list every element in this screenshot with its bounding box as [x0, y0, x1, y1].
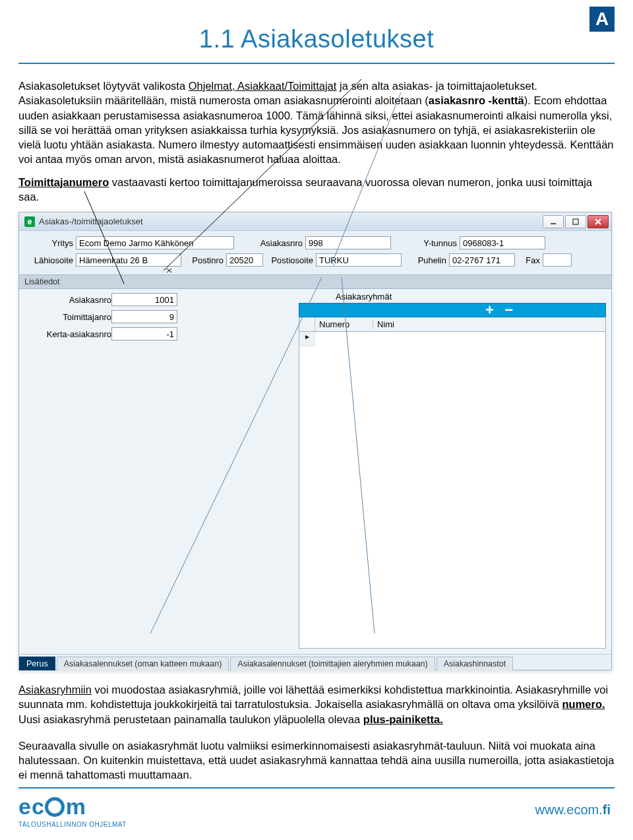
asiakasnro-field[interactable]: 998 [305, 236, 391, 249]
p1-text-a: Asiakasoletukset löytyvät valikosta [18, 80, 189, 92]
fax-field[interactable] [543, 253, 572, 267]
app-icon: e [24, 216, 35, 227]
logo-text-c: c [32, 794, 44, 820]
left-asiakasnro-field[interactable]: 1001 [111, 293, 177, 306]
right-column: Asiakasryhmät + − Numero Nimi ▸ [296, 289, 611, 654]
paragraph-3: Asiakasryhmiin voi muodostaa asiakasryhm… [18, 682, 615, 727]
lahiosoite-label: Lähiosoite [26, 255, 73, 265]
groups-toolbar: + − [299, 303, 606, 317]
p3-lead: Asiakasryhmiin [18, 684, 92, 695]
p1-link: Ohjelmat, Asiakkaat/Toimittajat [189, 80, 337, 92]
footer-tagline: TALOUSHALLINNON OHJELMAT [18, 821, 127, 828]
minimize-button[interactable] [543, 215, 564, 228]
left-column: Asiakasnro 1001 Toimittajanro 9 Kerta-as… [19, 289, 296, 654]
svg-rect-0 [551, 223, 556, 224]
yritys-label: Yritys [26, 238, 73, 248]
fax-label: Fax [518, 255, 540, 265]
paragraph-2: Toimittajanumero vastaavasti kertoo toim… [18, 175, 615, 205]
window-titlebar: e Asiakas-/toimittajaoletukset [19, 212, 611, 231]
p3-plus: plus-painiketta. [363, 713, 443, 725]
tab-lisatiedot[interactable]: Lisätiedot [19, 275, 611, 289]
window-title: Asiakas-/toimittajaoletukset [39, 216, 543, 226]
left-toimittajanro-label: Toimittajanro [26, 312, 111, 322]
title-divider [18, 63, 615, 64]
left-kerta-field[interactable]: -1 [111, 327, 177, 340]
ytunnus-label: Y-tunnus [394, 238, 457, 248]
grid-header: Numero Nimi [299, 317, 606, 332]
postiosoite-label: Postiosoite [266, 255, 313, 265]
puhelin-label: Puhelin [404, 255, 446, 265]
tab-perus[interactable]: Perus [19, 657, 55, 670]
p1-bold: asiakasnro -kenttä [429, 94, 524, 106]
logo-text-e: e [18, 794, 30, 820]
yritys-field[interactable]: Ecom Demo Jarmo Kähkönen [76, 236, 234, 249]
logo-text-m: m [66, 794, 85, 820]
ytunnus-field[interactable]: 0968083-1 [460, 236, 545, 249]
row-marker-icon: ▸ [299, 332, 315, 346]
footer-logo: e c m TALOUSHALLINNON OHJELMAT [18, 794, 127, 828]
logo-ring-icon [45, 797, 65, 817]
col-numero[interactable]: Numero [315, 319, 373, 329]
p3-b: Uusi asiakasryhmä perustetaan painamalla… [18, 713, 363, 725]
url-tld: fi [603, 802, 611, 817]
postinro-label: Postinro [184, 255, 224, 265]
lahiosoite-field[interactable]: Hämeenkatu 26 B [76, 253, 181, 267]
p3-num: numero. [562, 698, 605, 710]
plus-button[interactable]: + [485, 303, 494, 317]
footer-url: www.ecom.fi [535, 802, 611, 818]
form-header-area: Yritys Ecom Demo Jarmo Kähkönen Asiakasn… [19, 231, 611, 275]
paragraph-4: Seuraavalla sivulle on asiakasryhmät luo… [18, 738, 615, 783]
tab-alennus-kate[interactable]: Asiakasalennukset (oman katteen mukaan) [57, 657, 229, 670]
paragraph-1: Asiakasoletukset löytyvät valikosta Ohje… [18, 79, 615, 167]
p2-bold: Toimittajanumero [18, 176, 109, 188]
svg-rect-1 [573, 219, 578, 224]
left-asiakasnro-label: Asiakasnro [26, 295, 111, 305]
close-button[interactable] [588, 215, 609, 228]
left-kerta-label: Kerta-asiakasnro [26, 329, 111, 339]
asiakasryhmat-label: Asiakasryhmät [299, 290, 606, 303]
grid-body[interactable]: ▸ [299, 332, 606, 649]
maximize-button[interactable] [565, 215, 586, 228]
postiosoite-field[interactable]: TURKU [316, 253, 402, 267]
p3-a: voi muodostaa asiakasryhmiä, joille voi … [18, 684, 608, 710]
postinro-field[interactable]: 20520 [226, 253, 263, 267]
tab-alennus-toimittaja[interactable]: Asiakasalennukset (toimittajien aleryhmi… [230, 657, 435, 670]
asiakasnro-label: Asiakasnro [237, 238, 303, 248]
puhelin-field[interactable]: 02-2767 171 [449, 253, 515, 267]
tab-hinnastot[interactable]: Asiakashinnastot [437, 657, 514, 670]
footer-divider [18, 787, 615, 789]
page-title: 1.1 Asiakasoletukset [18, 25, 615, 53]
left-toimittajanro-field[interactable]: 9 [111, 310, 177, 323]
minus-button[interactable]: − [504, 303, 513, 317]
bottom-tabstrip: Perus Asiakasalennukset (oman katteen mu… [19, 654, 611, 670]
app-window: e Asiakas-/toimittajaoletukset Yritys Ec… [18, 212, 612, 670]
col-nimi[interactable]: Nimi [373, 319, 605, 329]
url-domain: www.ecom. [535, 802, 603, 817]
section-badge: A [589, 7, 615, 32]
